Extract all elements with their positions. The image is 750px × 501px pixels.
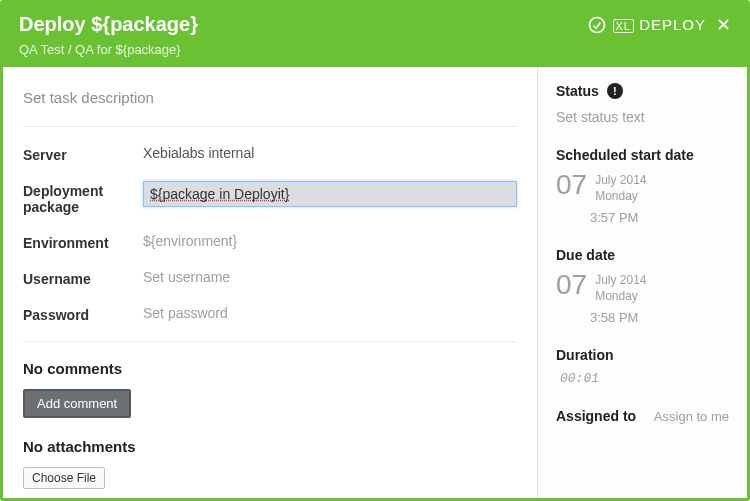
brand-text: DEPLOY — [639, 16, 706, 33]
scheduled-month-year: July 2014 — [595, 173, 646, 189]
due-date-block: Due date 07 July 2014 Monday 3:58 PM — [556, 247, 729, 325]
close-icon[interactable]: ✕ — [716, 14, 731, 36]
due-day: 07 — [556, 271, 587, 299]
field-server: Server Xebialabs internal — [23, 145, 517, 163]
status-text-input[interactable]: Set status text — [556, 109, 729, 125]
task-modal: Deploy ${package} XL DEPLOY ✕ QA Test / … — [0, 0, 750, 501]
comments-heading: No comments — [23, 360, 517, 377]
scheduled-start-label: Scheduled start date — [556, 147, 729, 163]
deployment-package-input[interactable] — [143, 181, 517, 207]
attachments-heading: No attachments — [23, 438, 517, 455]
brand-logo: XL DEPLOY — [587, 15, 707, 35]
assigned-label: Assigned to — [556, 408, 636, 424]
server-value[interactable]: Xebialabs internal — [143, 145, 517, 161]
scheduled-weekday: Monday — [595, 189, 646, 205]
scheduled-day: 07 — [556, 171, 587, 199]
deployment-package-label: Deployment package — [23, 181, 143, 215]
password-input[interactable]: Set password — [143, 305, 517, 321]
assigned-block: Assigned to Assign to me — [556, 408, 729, 424]
divider — [23, 341, 517, 342]
field-username: Username Set username — [23, 269, 517, 287]
divider — [23, 126, 517, 127]
environment-input[interactable]: ${environment} — [143, 233, 517, 249]
status-label: Status — [556, 83, 599, 99]
field-password: Password Set password — [23, 305, 517, 323]
modal-header: Deploy ${package} XL DEPLOY ✕ QA Test / … — [3, 3, 747, 67]
due-month-year: July 2014 — [595, 273, 646, 289]
scheduled-start-block: Scheduled start date 07 July 2014 Monday… — [556, 147, 729, 225]
sidebar-panel: Status ! Set status text Scheduled start… — [537, 67, 747, 498]
svg-point-0 — [589, 17, 604, 32]
due-weekday: Monday — [595, 289, 646, 305]
field-environment: Environment ${environment} — [23, 233, 517, 251]
environment-label: Environment — [23, 233, 143, 251]
deploy-icon — [587, 15, 607, 35]
brand-prefix: XL — [613, 19, 634, 33]
add-comment-button[interactable]: Add comment — [23, 389, 131, 418]
scheduled-start-date[interactable]: 07 July 2014 Monday — [556, 171, 729, 204]
task-description-input[interactable]: Set task description — [23, 89, 517, 106]
choose-file-button[interactable]: Choose File — [23, 467, 105, 489]
scheduled-time[interactable]: 3:57 PM — [556, 210, 729, 225]
modal-title: Deploy ${package} — [19, 13, 198, 36]
field-deployment-package: Deployment package — [23, 181, 517, 215]
status-block: Status ! Set status text — [556, 83, 729, 125]
due-date-label: Due date — [556, 247, 729, 263]
breadcrumb[interactable]: QA Test / QA for ${package} — [19, 42, 731, 57]
password-label: Password — [23, 305, 143, 323]
due-date[interactable]: 07 July 2014 Monday — [556, 271, 729, 304]
due-time[interactable]: 3:58 PM — [556, 310, 729, 325]
server-label: Server — [23, 145, 143, 163]
duration-block: Duration 00:01 — [556, 347, 729, 386]
assign-to-me-link[interactable]: Assign to me — [654, 409, 729, 424]
username-label: Username — [23, 269, 143, 287]
username-input[interactable]: Set username — [143, 269, 517, 285]
duration-value: 00:01 — [556, 371, 729, 386]
duration-label: Duration — [556, 347, 729, 363]
alert-icon[interactable]: ! — [607, 83, 623, 99]
main-panel: Set task description Server Xebialabs in… — [3, 67, 537, 498]
